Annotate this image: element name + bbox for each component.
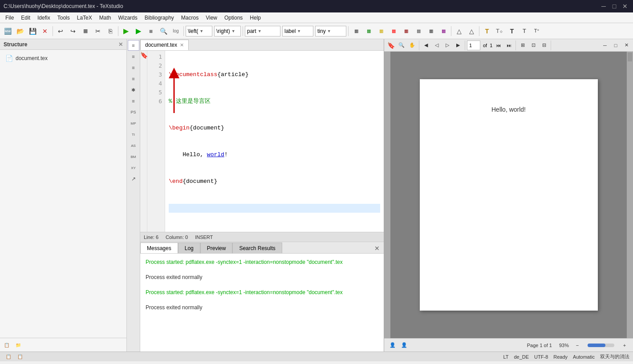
pdf-right-scrollbar[interactable] [627,52,633,338]
pdf-first-page[interactable]: ⏮ [493,40,503,50]
menu-latex[interactable]: LaTeX [73,14,96,22]
sidebar-struct-icon[interactable]: ≡ [128,40,139,51]
code-editor[interactable]: \documentclass{article} % 这里是导言区 \begin{… [165,51,384,232]
fmt3[interactable]: ▦ [375,25,387,37]
pdf-next-btn[interactable]: ▶ [453,40,463,50]
fmt5[interactable]: ▦ [400,25,412,37]
text-btn3[interactable]: T [506,25,518,37]
sidebar-icon9[interactable]: TI [128,129,139,140]
status-icon2[interactable]: 📋 [15,352,25,362]
pdf-maximize[interactable]: □ [611,40,621,50]
close-button[interactable]: ✕ [621,2,629,11]
pdf-zoom-slider[interactable] [588,344,614,347]
new-button[interactable]: 🆕 [2,25,13,37]
pdf-hand-btn[interactable]: ✋ [407,40,417,50]
close-file-button[interactable]: ✕ [39,25,51,37]
pdf-view3[interactable]: ⊟ [539,40,549,50]
status-icon1[interactable]: 📋 [4,352,13,362]
bottom-panel-close[interactable]: ✕ [372,243,382,253]
search-button[interactable]: 🔍 [158,25,169,37]
menu-macros[interactable]: Macros [178,14,202,22]
label-dropdown[interactable]: label ▼ [282,26,313,36]
text-btn4[interactable]: T [519,25,530,37]
menu-view[interactable]: View [202,14,221,22]
pdf-minimize[interactable]: ─ [600,40,610,50]
tab-preview[interactable]: Preview [200,243,233,253]
pdf-view2[interactable]: ⊡ [528,40,538,50]
text-btn2[interactable]: T⬦ [494,25,505,37]
triangle2[interactable]: △ [466,25,477,37]
log-button[interactable]: log [170,25,182,37]
menu-wizards[interactable]: Wizards [114,14,141,22]
fmt8[interactable]: ▦ [438,25,449,37]
editor-tab-document[interactable]: document.tex ✕ [140,40,189,50]
fmt7[interactable]: ▦ [425,25,437,37]
cut-button[interactable]: ✂ [92,25,104,37]
fmt1[interactable]: ▦ [350,25,362,37]
restore-button[interactable]: □ [610,2,619,11]
size-dropdown[interactable]: tiny ▼ [315,26,346,36]
menu-math[interactable]: Math [96,14,115,22]
copy-button[interactable]: ⎘ [105,25,116,37]
sidebar-icon10[interactable]: AS [128,140,139,151]
sidebar-icon7[interactable]: PS [128,107,139,117]
fmt2[interactable]: ▦ [363,25,374,37]
structure-file-item[interactable]: 📄 document.tex [4,53,123,63]
right-cmd-dropdown[interactable]: \right) ▼ [214,26,241,36]
pdf-bookmark-btn[interactable]: 🔖 [386,40,396,50]
redo-button[interactable]: ↪ [67,25,79,37]
menu-options[interactable]: Options [221,14,246,22]
pdf-zoom-in[interactable]: + [620,340,629,350]
sidebar-icon13[interactable]: ↗ [128,174,139,184]
pdf-prev-btn[interactable]: ◀ [421,40,431,50]
fmt4[interactable]: ▦ [388,25,399,37]
run-button[interactable]: ▶ [133,25,144,37]
tab-messages[interactable]: Messages [140,243,178,253]
btn3[interactable]: ▦ [80,25,91,37]
pdf-status-icon1[interactable]: 👤 [388,340,398,350]
pdf-page-input[interactable]: 1 [467,40,480,50]
struct-btn2[interactable]: 📁 [12,339,24,351]
menu-tools[interactable]: Tools [54,14,73,22]
pdf-fwd-btn[interactable]: ▷ [442,40,452,50]
struct-btn1[interactable]: 📋 [1,339,12,351]
sidebar-icon2[interactable]: ≡ [128,51,139,62]
menu-bibliography[interactable]: Bibliography [141,14,178,22]
pdf-close[interactable]: ✕ [621,40,631,50]
bookmark-bar: 🔖 [140,51,147,232]
tab-log[interactable]: Log [178,243,200,253]
left-cmd-dropdown[interactable]: \left( ▼ [186,26,212,36]
structure-close[interactable]: ✕ [118,41,123,48]
pdf-content[interactable]: Hello, world! [390,52,627,338]
menu-file[interactable]: File [2,14,17,22]
fmt6[interactable]: ▦ [413,25,424,37]
pdf-zoom-out[interactable]: − [572,340,582,350]
triangle1[interactable]: △ [453,25,465,37]
compile-button[interactable]: ▶ [120,25,132,37]
menu-edit[interactable]: Edit [17,14,34,22]
sidebar-icon8[interactable]: MP [128,118,139,129]
open-button[interactable]: 📂 [14,25,26,37]
tab-close-icon[interactable]: ✕ [180,42,184,48]
sidebar-icon3[interactable]: ≡ [128,62,139,73]
pdf-last-page[interactable]: ⏭ [504,40,514,50]
pdf-status-icon2[interactable]: 👤 [399,340,409,350]
sidebar-icon12[interactable]: XY [128,162,139,173]
undo-button[interactable]: ↩ [55,25,66,37]
pdf-view1[interactable]: ⊞ [518,40,528,50]
sidebar-icon11[interactable]: BM [128,151,139,162]
save-button[interactable]: 💾 [27,25,38,37]
pdf-back-btn[interactable]: ◁ [432,40,442,50]
menu-help[interactable]: Help [246,14,264,22]
sidebar-icon5[interactable]: ✱ [128,85,139,95]
minimize-button[interactable]: ─ [599,2,608,11]
menu-idefix[interactable]: Idefix [34,14,54,22]
text-btn1[interactable]: T [481,25,493,37]
tab-search-results[interactable]: Search Results [232,243,282,253]
sidebar-icon4[interactable]: ≡ [128,73,139,84]
sidebar-icon6[interactable]: ≡ [128,96,139,106]
text-btn5[interactable]: T⁺ [531,25,543,37]
stop-button[interactable]: ■ [145,25,157,37]
pdf-search-btn[interactable]: 🔍 [397,40,406,50]
part-dropdown[interactable]: part ▼ [245,26,280,36]
